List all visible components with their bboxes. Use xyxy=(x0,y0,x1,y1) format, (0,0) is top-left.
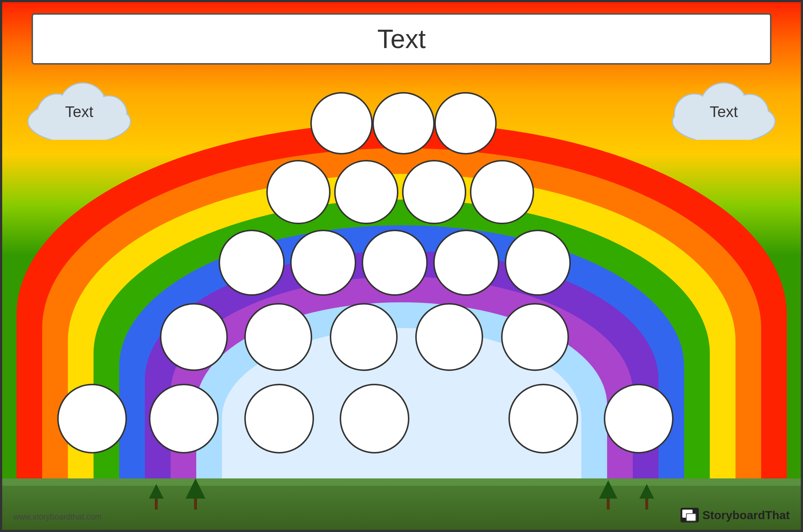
title-box[interactable]: Text xyxy=(32,13,771,65)
circle-1-3[interactable] xyxy=(434,92,497,154)
circle-5-5[interactable] xyxy=(508,384,578,453)
tree-right-2 xyxy=(599,480,617,510)
circle-3-3[interactable] xyxy=(362,230,428,296)
canvas: Text Text Text xyxy=(0,0,803,532)
circle-3-2[interactable] xyxy=(290,230,356,296)
title-text: Text xyxy=(377,24,426,54)
circle-5-3[interactable] xyxy=(244,384,314,453)
circle-5-1[interactable] xyxy=(57,384,127,453)
circle-4-2[interactable] xyxy=(244,303,312,371)
branding-text: StoryboardThat xyxy=(702,509,790,522)
circle-5-6[interactable] xyxy=(604,384,674,453)
storyboard-icon xyxy=(680,508,699,522)
tree-right-1 xyxy=(639,484,654,510)
circle-4-1[interactable] xyxy=(160,303,228,371)
circle-4-5[interactable] xyxy=(501,303,569,371)
branding: StoryboardThat xyxy=(680,508,790,522)
circle-1-1[interactable] xyxy=(310,92,373,154)
circle-2-3[interactable] xyxy=(402,160,466,224)
circle-3-5[interactable] xyxy=(505,230,571,296)
circle-3-1[interactable] xyxy=(219,230,285,296)
cloud-left-text: Text xyxy=(65,103,93,121)
circle-2-1[interactable] xyxy=(266,160,331,224)
circle-2-4[interactable] xyxy=(470,160,534,224)
svg-rect-19 xyxy=(687,514,696,521)
circle-1-2[interactable] xyxy=(372,92,435,154)
tree-left-1 xyxy=(149,484,164,510)
circle-4-3[interactable] xyxy=(330,303,398,371)
tree-left-2 xyxy=(186,478,205,510)
circle-2-2[interactable] xyxy=(334,160,398,224)
cloud-left: Text xyxy=(21,74,138,141)
circle-3-4[interactable] xyxy=(433,230,499,296)
circle-4-4[interactable] xyxy=(415,303,483,371)
circle-5-2[interactable] xyxy=(149,384,219,453)
website-text: www.storyboardthat.com xyxy=(13,512,102,522)
cloud-right-text: Text xyxy=(709,103,738,121)
circle-5-4[interactable] xyxy=(340,384,409,453)
cloud-right: Text xyxy=(665,74,782,141)
svg-point-7 xyxy=(91,97,126,131)
